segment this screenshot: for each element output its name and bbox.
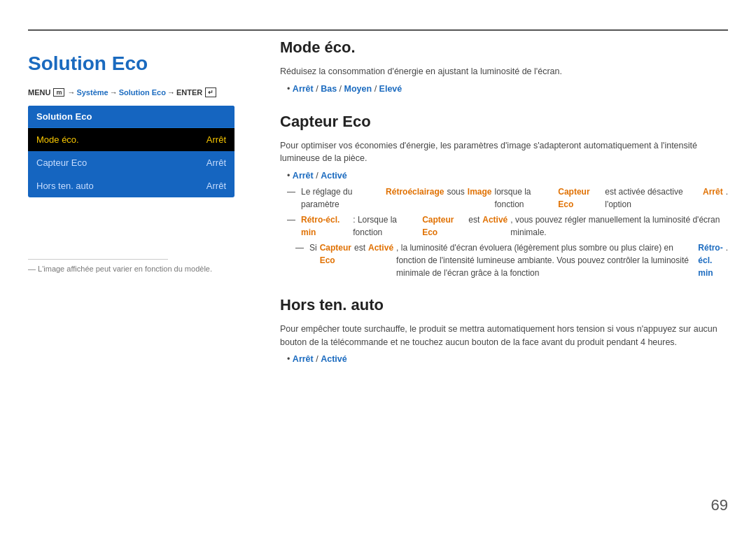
left-panel: Solution Eco MENU m → Système → Solution…	[28, 38, 252, 197]
mode-eco-options: Arrêt / Bas / Moyen / Elevé	[287, 83, 728, 96]
section-title-hors-ten-auto: Hors ten. auto	[280, 296, 728, 317]
arrow2: →	[110, 88, 118, 97]
system-label: Système	[76, 88, 108, 97]
option-bas: Bas	[321, 84, 337, 94]
section-desc-capteur-eco: Pour optimiser vos économies d'énergie, …	[280, 139, 728, 166]
top-divider	[28, 29, 728, 31]
menu-item-mode-eco[interactable]: Mode éco. Arrêt	[28, 128, 234, 151]
capteur-note-2: Rétro-écl. min : Lorsque la fonction Cap…	[287, 213, 728, 239]
option-arret: Arrêt	[293, 84, 314, 94]
menu-box-title: Solution Eco	[28, 106, 234, 128]
section-hors-ten-auto: Hors ten. auto Pour empêcher toute surch…	[280, 296, 728, 366]
section-desc-mode-eco: Réduisez la consommation d'énergie en aj…	[280, 65, 728, 78]
menu-label: MENU	[28, 88, 50, 97]
option-eleve: Elevé	[379, 84, 402, 94]
menu-path: MENU m → Système → Solution Eco → ENTER …	[28, 87, 252, 97]
menu-item-value: Arrêt	[206, 134, 226, 145]
image-note: — L'image affichée peut varier en foncti…	[28, 265, 212, 273]
menu-item-capteur-eco[interactable]: Capteur Eco Arrêt	[28, 151, 234, 174]
capteur-eco-options: Arrêt / Activé	[287, 169, 728, 183]
page-number: 69	[711, 496, 728, 514]
menu-box: Solution Eco Mode éco. Arrêt Capteur Eco…	[28, 106, 234, 197]
page-title: Solution Eco	[28, 52, 252, 75]
menu-item-hors-ten-auto[interactable]: Hors ten. auto Arrêt	[28, 174, 234, 197]
arrow3: →	[167, 88, 175, 97]
mode-eco-option: Arrêt / Bas / Moyen / Elevé	[287, 83, 728, 96]
sep2: /	[340, 84, 344, 94]
section-title-capteur-eco: Capteur Eco	[280, 113, 728, 134]
section-mode-eco: Mode éco. Réduisez la consommation d'éne…	[280, 38, 728, 96]
right-panel: Mode éco. Réduisez la consommation d'éne…	[280, 38, 728, 383]
menu-item-value: Arrêt	[206, 181, 226, 191]
arrow1: →	[67, 88, 75, 97]
sep3: /	[374, 84, 379, 94]
ce-option-arret: Arrêt	[293, 171, 314, 181]
ht-option-arret: Arrêt	[293, 354, 314, 364]
capteur-eco-option: Arrêt / Activé	[287, 169, 728, 183]
section-capteur-eco: Capteur Eco Pour optimiser vos économies…	[280, 113, 728, 279]
enter-label: ENTER	[176, 88, 202, 97]
hors-ten-options: Arrêt / Activé	[287, 353, 728, 366]
ht-option-active: Activé	[321, 354, 347, 364]
menu-item-label: Mode éco.	[36, 134, 79, 145]
capteur-sub-note: Si Capteur Eco est Activé , la luminosit…	[295, 241, 728, 279]
ce-option-active: Activé	[321, 171, 347, 181]
left-divider	[28, 259, 168, 260]
option-moyen: Moyen	[344, 84, 372, 94]
menu-item-value: Arrêt	[206, 157, 226, 168]
menu-item-label: Hors ten. auto	[36, 181, 94, 191]
menu-icon: m	[53, 88, 64, 97]
capteur-note-1: Le réglage du paramètre Rétroéclairage s…	[287, 185, 728, 211]
solution-eco-label: Solution Eco	[119, 88, 166, 97]
enter-icon: ↵	[205, 87, 216, 97]
hors-ten-option: Arrêt / Activé	[287, 353, 728, 366]
menu-item-label: Capteur Eco	[36, 157, 87, 168]
section-title-mode-eco: Mode éco.	[280, 38, 728, 59]
section-desc-hors-ten-auto: Pour empêcher toute surchauffe, le produ…	[280, 323, 728, 349]
